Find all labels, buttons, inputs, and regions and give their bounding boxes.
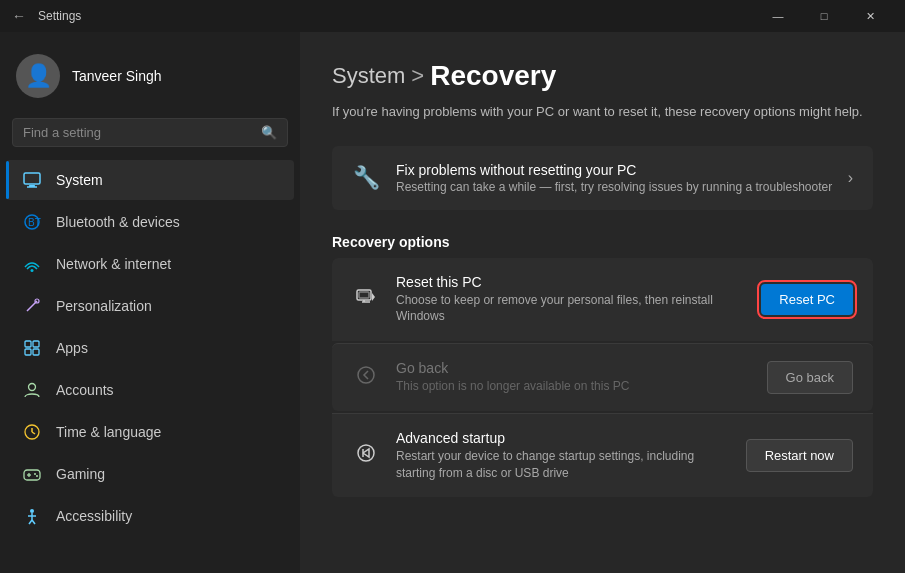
recovery-options-list: Reset this PC Choose to keep or remove y… xyxy=(332,258,873,500)
minimize-button[interactable]: — xyxy=(755,0,801,32)
main-layout: 👤 Tanveer Singh 🔍 System xyxy=(0,32,905,573)
maximize-button[interactable]: □ xyxy=(801,0,847,32)
sidebar-item-gaming-label: Gaming xyxy=(56,466,105,482)
section-title-recovery: Recovery options xyxy=(332,234,873,250)
sidebar-item-network[interactable]: Network & internet xyxy=(6,244,294,284)
accounts-icon xyxy=(22,380,42,400)
window-controls: — □ ✕ xyxy=(755,0,893,32)
option-go-back-title: Go back xyxy=(396,360,629,376)
fix-problems-card-left: 🔧 Fix problems without resetting your PC… xyxy=(352,162,832,194)
titlebar-title: Settings xyxy=(38,9,755,23)
chevron-right-icon: › xyxy=(848,169,853,187)
svg-rect-10 xyxy=(33,349,39,355)
reset-pc-button[interactable]: Reset PC xyxy=(761,284,853,315)
svg-line-24 xyxy=(32,520,35,524)
go-back-button[interactable]: Go back xyxy=(767,361,853,394)
option-advanced-startup-desc: Restart your device to change startup se… xyxy=(396,448,736,482)
svg-point-11 xyxy=(29,384,36,391)
close-button[interactable]: ✕ xyxy=(847,0,893,32)
svg-point-30 xyxy=(358,445,374,461)
svg-line-14 xyxy=(32,432,35,434)
fix-problems-desc: Resetting can take a while — first, try … xyxy=(396,180,832,194)
sidebar-item-bluetooth-label: Bluetooth & devices xyxy=(56,214,180,230)
sidebar-item-personalization-label: Personalization xyxy=(56,298,152,314)
restart-now-button[interactable]: Restart now xyxy=(746,439,853,472)
sidebar-item-apps-label: Apps xyxy=(56,340,88,356)
sidebar-item-accounts[interactable]: Accounts xyxy=(6,370,294,410)
svg-rect-9 xyxy=(25,349,31,355)
fix-problems-card[interactable]: 🔧 Fix problems without resetting your PC… xyxy=(332,146,873,210)
search-box[interactable]: 🔍 xyxy=(12,118,288,147)
fix-problems-title: Fix problems without resetting your PC xyxy=(396,162,832,178)
page-description: If you're having problems with your PC o… xyxy=(332,102,873,122)
option-reset-pc-left: Reset this PC Choose to keep or remove y… xyxy=(352,274,761,326)
go-back-icon xyxy=(352,363,380,392)
option-reset-pc: Reset this PC Choose to keep or remove y… xyxy=(332,258,873,342)
accessibility-icon xyxy=(22,506,42,526)
sidebar-item-time[interactable]: Time & language xyxy=(6,412,294,452)
sidebar-item-accessibility-label: Accessibility xyxy=(56,508,132,524)
personalization-icon xyxy=(22,296,42,316)
option-go-back: Go back This option is no longer availab… xyxy=(332,343,873,411)
option-advanced-startup-title: Advanced startup xyxy=(396,430,736,446)
breadcrumb-parent: System xyxy=(332,63,405,89)
option-reset-pc-title: Reset this PC xyxy=(396,274,736,290)
sidebar-item-bluetooth[interactable]: BT Bluetooth & devices xyxy=(6,202,294,242)
user-name: Tanveer Singh xyxy=(72,68,162,84)
svg-point-29 xyxy=(358,367,374,383)
breadcrumb-current: Recovery xyxy=(430,60,556,92)
network-icon xyxy=(22,254,42,274)
svg-rect-0 xyxy=(24,173,40,184)
user-profile[interactable]: 👤 Tanveer Singh xyxy=(0,44,300,114)
sidebar-item-gaming[interactable]: Gaming xyxy=(6,454,294,494)
content-area: System > Recovery If you're having probl… xyxy=(300,32,905,573)
back-button[interactable]: ← xyxy=(12,8,26,24)
svg-point-19 xyxy=(36,475,38,477)
svg-text:BT: BT xyxy=(28,217,41,228)
apps-icon xyxy=(22,338,42,358)
sidebar-item-accounts-label: Accounts xyxy=(56,382,114,398)
breadcrumb-separator: > xyxy=(411,63,424,89)
sidebar-item-accessibility[interactable]: Accessibility xyxy=(6,496,294,536)
titlebar: ← Settings — □ ✕ xyxy=(0,0,905,32)
sidebar-item-personalization[interactable]: Personalization xyxy=(6,286,294,326)
option-go-back-text: Go back This option is no longer availab… xyxy=(396,360,629,395)
option-advanced-startup-text: Advanced startup Restart your device to … xyxy=(396,430,736,482)
svg-rect-26 xyxy=(359,292,369,298)
sidebar-item-apps[interactable]: Apps xyxy=(6,328,294,368)
sidebar-item-system[interactable]: System xyxy=(6,160,294,200)
wrench-icon: 🔧 xyxy=(352,165,380,191)
option-advanced-startup: Advanced startup Restart your device to … xyxy=(332,413,873,498)
svg-rect-15 xyxy=(24,470,40,480)
bluetooth-icon: BT xyxy=(22,212,42,232)
search-input[interactable] xyxy=(23,125,253,140)
option-reset-pc-desc: Choose to keep or remove your personal f… xyxy=(396,292,736,326)
system-icon xyxy=(22,170,42,190)
avatar: 👤 xyxy=(16,54,60,98)
option-go-back-desc: This option is no longer available on th… xyxy=(396,378,629,395)
svg-point-20 xyxy=(30,509,34,513)
search-icon: 🔍 xyxy=(261,125,277,140)
user-icon: 👤 xyxy=(25,63,52,89)
svg-point-5 xyxy=(31,269,34,272)
sidebar-item-system-label: System xyxy=(56,172,103,188)
time-icon xyxy=(22,422,42,442)
option-go-back-left: Go back This option is no longer availab… xyxy=(352,360,767,395)
sidebar-item-time-label: Time & language xyxy=(56,424,161,440)
svg-rect-8 xyxy=(33,341,39,347)
option-reset-pc-text: Reset this PC Choose to keep or remove y… xyxy=(396,274,736,326)
advanced-startup-icon xyxy=(352,441,380,470)
fix-problems-text: Fix problems without resetting your PC R… xyxy=(396,162,832,194)
option-advanced-startup-left: Advanced startup Restart your device to … xyxy=(352,430,746,482)
svg-rect-7 xyxy=(25,341,31,347)
svg-point-18 xyxy=(34,473,36,475)
sidebar: 👤 Tanveer Singh 🔍 System xyxy=(0,32,300,573)
breadcrumb: System > Recovery xyxy=(332,60,873,92)
sidebar-item-network-label: Network & internet xyxy=(56,256,171,272)
reset-pc-icon xyxy=(352,285,380,314)
gaming-icon xyxy=(22,464,42,484)
